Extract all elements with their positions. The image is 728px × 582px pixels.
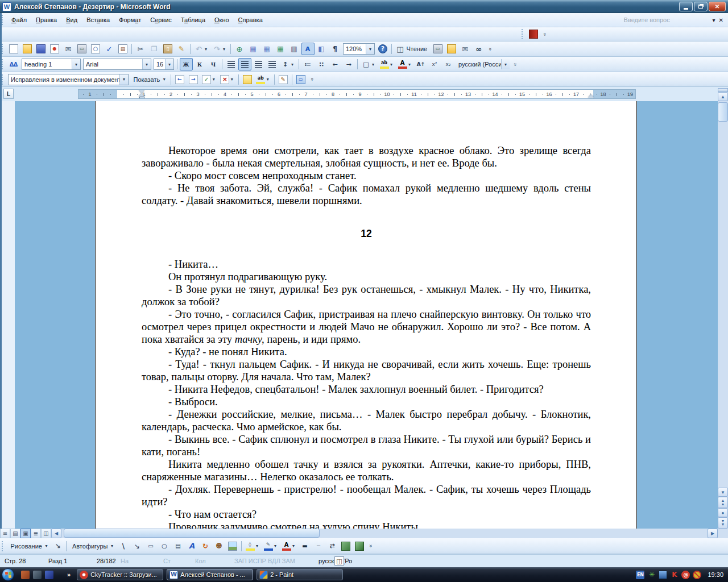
highlight-button[interactable]: ab▾ (378, 58, 396, 70)
tray-monitor-icon[interactable] (659, 571, 667, 579)
shadow-style-button[interactable] (340, 540, 353, 552)
quick-1-quick-launch-icon[interactable] (21, 571, 30, 579)
paragraph[interactable]: Некоторое время они смотрели, как тает в… (142, 144, 591, 169)
display-mode-combo[interactable]: Исправления в измененном документе▾ (8, 74, 129, 85)
print-button[interactable]: ▭ (76, 43, 89, 55)
3d-style-button[interactable] (353, 540, 366, 552)
reject-change-button[interactable]: ×▾ (218, 73, 236, 86)
print-preview-button[interactable]: ○ (89, 43, 102, 55)
next-change-button[interactable]: → (187, 73, 200, 86)
bullets-button[interactable]: ∷ (315, 58, 328, 70)
save-button[interactable] (35, 43, 48, 55)
vertical-scrollbar[interactable]: ▲ ▼ ▲▲ ● ▼▼ (718, 88, 728, 529)
line-button[interactable]: \ (117, 540, 130, 552)
quick-3-quick-launch-icon[interactable] (45, 571, 53, 579)
diagram-button[interactable]: ↻ (199, 540, 212, 552)
drawing-button[interactable]: A (301, 43, 315, 55)
text-box-button[interactable]: ▤ (172, 540, 185, 552)
horizontal-ruler[interactable]: 112345678910111213141516171819 (78, 89, 636, 99)
toolbar-grip[interactable] (2, 541, 5, 551)
insert-table-button[interactable]: ▦ (260, 43, 274, 55)
tab-selector-button[interactable]: L (3, 89, 14, 99)
underline-button[interactable]: Ч (207, 58, 220, 70)
styles-button[interactable]: АА (7, 58, 20, 70)
increase-indent-button[interactable]: → (342, 58, 355, 70)
paragraph[interactable]: - Выброси. (142, 396, 591, 408)
document-map-button[interactable]: ◧ (315, 43, 328, 55)
numbering-button[interactable]: ≔ (301, 58, 315, 70)
toolbar-options-button[interactable]: » (487, 43, 494, 55)
decrease-indent-button[interactable]: ← (329, 58, 342, 70)
font-color-button[interactable]: А▾ (396, 58, 414, 70)
menu-формат[interactable]: Формат (114, 14, 146, 26)
language-indicator[interactable]: EN (636, 571, 644, 579)
bold-button[interactable]: Ж (180, 58, 193, 70)
toolbar-grip[interactable] (2, 44, 5, 54)
paragraph[interactable]: - Туда! - ткнул пальцем Сафик. - И никуд… (142, 358, 591, 383)
fill-color-button[interactable]: ◊▾ (244, 540, 262, 552)
paste-button[interactable]: ▯ (162, 43, 175, 55)
view-outline-button[interactable]: ≡ (31, 529, 41, 538)
size-combo[interactable]: 16▾ (154, 59, 174, 70)
show-hide-button[interactable]: ¶ (329, 43, 342, 55)
hyperlink-button[interactable]: ⊕ (233, 43, 246, 55)
start-button[interactable] (2, 568, 14, 581)
subscript-button[interactable]: x₂ (442, 58, 455, 70)
document-text[interactable]: Некоторое время они смотрели, как тает в… (142, 144, 591, 529)
red-book-button[interactable] (527, 28, 540, 40)
tray-noentry-icon[interactable] (693, 571, 701, 579)
toolbar-options-button[interactable]: » (512, 58, 519, 70)
scroll-down-button[interactable]: ▼ (718, 488, 728, 497)
clip-art-button[interactable]: ☻ (213, 540, 226, 552)
tables-borders-button[interactable]: ▦ (247, 43, 260, 55)
draw-button[interactable]: Рисование▾ (7, 540, 51, 552)
paragraph[interactable]: - Куда? - не понял Никита. (142, 346, 591, 358)
paragraph[interactable]: Никита медленно обошел тачку и взялся за… (142, 458, 591, 483)
picture-button[interactable] (226, 540, 239, 552)
dash-style-button[interactable]: ┄ (312, 540, 325, 552)
reviewing-pane-button[interactable]: ▭ (294, 73, 307, 86)
undo-button[interactable]: ↶▾ (193, 43, 210, 55)
insert-excel-button[interactable]: ▦ (274, 43, 287, 55)
help-button[interactable]: ? (377, 43, 390, 55)
arrow-button[interactable]: ↘ (131, 540, 144, 552)
display-mode-combo-arrow-icon[interactable]: ▾ (119, 74, 128, 85)
document-page[interactable]: Некоторое время они смотрели, как тает в… (95, 101, 637, 529)
toolbar-options-button[interactable]: » (367, 540, 374, 552)
align-left-button[interactable] (225, 58, 238, 70)
wordart-button[interactable]: A (185, 540, 198, 552)
paragraph[interactable]: - Денежки российские, мелкие, письма… - … (142, 408, 591, 433)
restore-button[interactable] (694, 2, 708, 11)
zoom-combo[interactable]: 120%▾ (343, 43, 375, 55)
italic-button[interactable]: К (193, 58, 206, 70)
superscript-button[interactable]: x² (428, 58, 441, 70)
minimize-button[interactable] (679, 2, 693, 11)
open-button[interactable] (21, 43, 34, 55)
view-reading-button[interactable]: ◫ (41, 529, 51, 538)
menu-вид[interactable]: Вид (61, 14, 82, 26)
track-changes-button[interactable]: ✎ (276, 73, 289, 86)
toolbar-grip[interactable] (522, 29, 524, 39)
paragraph[interactable]: Он протянул подрагивающую руку. (142, 271, 591, 283)
redo-button[interactable]: ↷▾ (211, 43, 229, 55)
menu-правка[interactable]: Правка (31, 14, 61, 26)
language-combo[interactable]: русский (Росси▾ (456, 59, 510, 70)
toolbar-options-button[interactable]: » (541, 28, 548, 40)
new-document-button[interactable] (7, 43, 20, 55)
paragraph[interactable]: - Дохляк. Перевернешь - пристрелю! - поо… (142, 483, 591, 508)
language-combo-arrow-icon[interactable]: ▾ (501, 59, 510, 69)
taskbar-task-paint[interactable]: 2 - Paint (257, 569, 343, 580)
research-button[interactable]: ▤ (117, 43, 130, 55)
view-normal-button[interactable]: ≡ (0, 529, 10, 538)
style-combo-arrow-icon[interactable]: ▾ (72, 59, 80, 69)
paragraph[interactable]: - Скоро мост совсем непроходным станет. (142, 169, 591, 182)
mail-message-button[interactable]: ✉ (458, 43, 471, 55)
quick-2-quick-launch-icon[interactable] (33, 571, 42, 579)
vertical-scroll-thumb[interactable] (718, 102, 728, 122)
accept-change-button[interactable]: ✓▾ (200, 73, 218, 86)
arrow-style-button[interactable]: ⇄ (326, 540, 339, 552)
read-button[interactable]: ◫Чтение (394, 43, 431, 55)
menu-таблица[interactable]: Таблица (176, 14, 210, 26)
line-color-button[interactable]: ✎▾ (262, 540, 280, 552)
menu-вставка[interactable]: Вставка (82, 14, 114, 26)
